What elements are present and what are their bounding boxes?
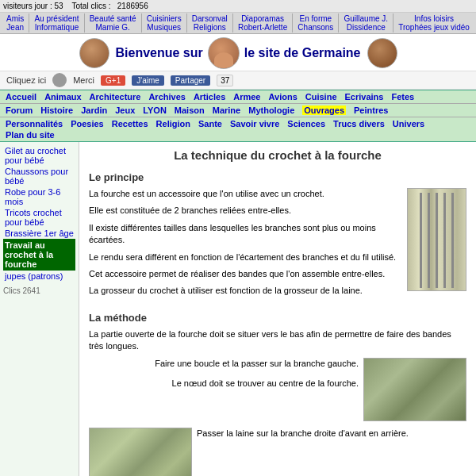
nav1-president[interactable]: Au président Informatique bbox=[29, 13, 84, 33]
s2-p1: La partie ouverte de la fourche doit se … bbox=[89, 328, 466, 353]
sidebar-item-brassiere[interactable]: Brassière 1er âge bbox=[3, 228, 75, 239]
avatar-right bbox=[367, 38, 397, 68]
gbar: Cliquez ici Merci G+1 J'aime Partager 37 bbox=[0, 71, 476, 90]
nav-cuisine[interactable]: Cuisine bbox=[301, 91, 341, 102]
step1-image bbox=[363, 358, 466, 421]
cliquez-label: Cliquez ici bbox=[6, 75, 46, 85]
nav1-diaporamas[interactable]: Diaporamas Robert-Arlette bbox=[233, 13, 293, 33]
nav-archives[interactable]: Archives bbox=[144, 91, 189, 102]
article-title: La technique du crochet à la fourche bbox=[89, 148, 466, 162]
nav-plan[interactable]: Plan du site bbox=[2, 129, 59, 140]
nav-marine[interactable]: Marine bbox=[209, 105, 244, 116]
sidebar-item-chaussons[interactable]: Chaussons pour bébé bbox=[3, 166, 75, 186]
jaime-button[interactable]: J'aime bbox=[132, 75, 164, 86]
nav-jeux[interactable]: Jeux bbox=[111, 105, 139, 116]
nav-peintres[interactable]: Peintres bbox=[350, 105, 392, 116]
merci-label: Merci bbox=[73, 75, 94, 85]
nav-trucs[interactable]: Trucs divers bbox=[329, 118, 389, 129]
nav1-guillaume[interactable]: Guillaume J. Dissidence bbox=[339, 13, 393, 33]
section1-title: Le principe bbox=[89, 171, 466, 183]
step1-container: Faire une boucle et la passer sur la bra… bbox=[89, 358, 466, 421]
banner: Bienvenue sur le site de Germaine bbox=[0, 34, 476, 71]
nav-savoir[interactable]: Savoir vivre bbox=[226, 118, 283, 129]
nav1-enforme[interactable]: En forme Chansons bbox=[293, 13, 339, 33]
section-principe: Le principe La fourche est un accessoire… bbox=[89, 171, 466, 302]
arrow-icon[interactable] bbox=[52, 73, 67, 87]
nav-mythologie[interactable]: Mythologie bbox=[244, 105, 298, 116]
nav-univers[interactable]: Univers bbox=[389, 118, 428, 129]
nav-poesies[interactable]: Poesies bbox=[67, 118, 108, 129]
count-badge: 37 bbox=[217, 75, 233, 86]
main-article: La technique du crochet à la fourche Le … bbox=[79, 142, 476, 476]
section-methode: La méthode La partie ouverte de la fourc… bbox=[89, 312, 466, 476]
total-value: 2186956 bbox=[117, 2, 148, 10]
nav-sciences[interactable]: Sciences bbox=[283, 118, 329, 129]
nav-histoire[interactable]: Histoire bbox=[36, 105, 77, 116]
total-label: Total clics : bbox=[72, 2, 111, 10]
step3-container: Passer la laine sur la branche droite d'… bbox=[89, 428, 466, 476]
top-bar: visiteurs jour : 53 Total clics : 218695… bbox=[0, 0, 476, 13]
nav-sante[interactable]: Sante bbox=[194, 118, 226, 129]
top-nav: Amis Jean Au président Informatique Beau… bbox=[0, 13, 476, 34]
nav-forum[interactable]: Forum bbox=[2, 105, 36, 116]
sidebar-item-gilet[interactable]: Gilet au crochet pour bébé bbox=[3, 145, 75, 166]
nav1-infos[interactable]: Infos loisirs Trophées jeux vidéo bbox=[393, 13, 474, 33]
banner-text2: le site de Germaine bbox=[244, 46, 361, 60]
partager-button[interactable]: Partager bbox=[171, 75, 210, 86]
sidebar-item-travail[interactable]: Travail au crochet à la fourche bbox=[3, 239, 75, 271]
sidebar: Gilet au crochet pour bébé Chaussons pou… bbox=[0, 142, 79, 476]
main-nav: Accueil Animaux Architecture Archives Ar… bbox=[0, 90, 476, 142]
banner-text1: Bienvenue sur bbox=[116, 46, 203, 60]
nav-ecrivains[interactable]: Ecrivains bbox=[341, 91, 388, 102]
content-area: Gilet au crochet pour bébé Chaussons pou… bbox=[0, 142, 476, 476]
gplus-button[interactable]: G+1 bbox=[101, 75, 125, 86]
nav1-amis[interactable]: Amis Jean bbox=[2, 13, 29, 33]
nav1-cuisiniers[interactable]: Cuisiniers Musiques bbox=[142, 13, 187, 33]
avatar-center bbox=[208, 37, 240, 69]
step3-text: Passer la laine sur la branche droite d'… bbox=[192, 428, 466, 476]
nav-fetes[interactable]: Fetes bbox=[387, 91, 418, 102]
visitor-info: visiteurs jour : 53 Total clics : 218695… bbox=[3, 2, 148, 10]
step1-text: Faire une boucle et la passer sur la bra… bbox=[89, 358, 363, 421]
nav-armee[interactable]: Armee bbox=[229, 91, 264, 102]
nav-architecture[interactable]: Architecture bbox=[86, 91, 145, 102]
nav-recettes[interactable]: Recettes bbox=[108, 118, 152, 129]
banner-text: Bienvenue sur le site de Germaine bbox=[116, 37, 361, 69]
step3-image bbox=[89, 428, 192, 476]
nav-jardin[interactable]: Jardin bbox=[77, 105, 111, 116]
nav-maison[interactable]: Maison bbox=[171, 105, 209, 116]
nav-accueil[interactable]: Accueil bbox=[2, 91, 40, 102]
step3-label: Passer la laine sur la branche droite d'… bbox=[197, 428, 466, 440]
nav-articles[interactable]: Articles bbox=[190, 91, 229, 102]
nav-religion[interactable]: Religion bbox=[152, 118, 194, 129]
sidebar-item-robe[interactable]: Robe pour 3-6 mois bbox=[3, 186, 75, 207]
step1-label: Faire une boucle et la passer sur la bra… bbox=[89, 358, 363, 370]
nav-personnalites[interactable]: Personnalités bbox=[2, 118, 67, 129]
nav-avions[interactable]: Avions bbox=[265, 91, 301, 102]
clics-count: Clics 2641 bbox=[3, 286, 75, 295]
nav-lyon[interactable]: LYON bbox=[139, 105, 171, 116]
nav-animaux[interactable]: Animaux bbox=[40, 91, 85, 102]
nav-ouvrages[interactable]: Ouvrages bbox=[298, 105, 350, 116]
section2-title: La méthode bbox=[89, 312, 466, 324]
visitors-label: visiteurs jour : 53 bbox=[3, 2, 63, 10]
fourche-image bbox=[407, 188, 466, 291]
nav1-darsonval[interactable]: Darsonval Religions bbox=[187, 13, 233, 33]
sidebar-item-jupes[interactable]: jupes (patrons) bbox=[3, 271, 75, 282]
nav1-beaute[interactable]: Beauté santé Mamie G. bbox=[85, 13, 142, 33]
sidebar-item-tricots[interactable]: Tricots crochet pour bébé bbox=[3, 207, 75, 228]
step2-label: Le nœud doit se trouver au centre de la … bbox=[89, 378, 363, 390]
avatar-left bbox=[79, 38, 109, 68]
